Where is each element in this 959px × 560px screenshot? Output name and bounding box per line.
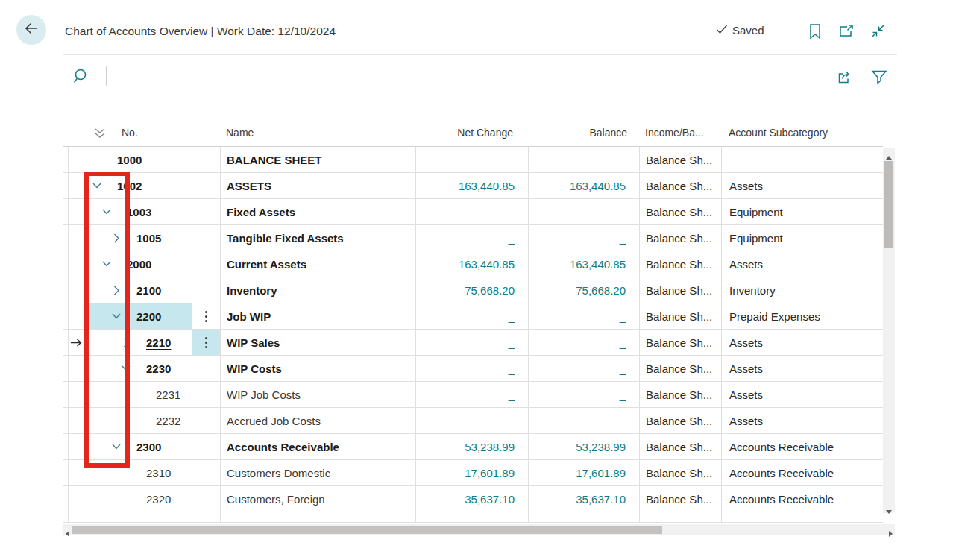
name-cell[interactable]: WIP Sales (221, 330, 416, 355)
column-header-net-change[interactable]: Net Change (416, 127, 513, 139)
net-change-value[interactable]: 53,238.99 (465, 441, 515, 453)
net-change-cell[interactable]: 17,601.89 (416, 460, 529, 485)
account-no[interactable]: 2320 (146, 493, 171, 506)
chevron-right-icon[interactable] (111, 284, 126, 296)
no-cell[interactable]: 2310 (84, 460, 192, 485)
row-menu-cell[interactable] (192, 199, 221, 224)
row-menu-cell[interactable] (192, 434, 221, 459)
net-change-value[interactable]: 17,601.89 (465, 467, 515, 479)
net-change-cell[interactable]: _ (416, 225, 529, 251)
balance-cell[interactable]: _ (529, 356, 640, 381)
name-cell[interactable]: Inventory (221, 277, 416, 303)
no-cell[interactable]: 2231 (84, 382, 192, 407)
net-change-value[interactable]: _ (509, 206, 515, 218)
balance-value[interactable]: _ (620, 415, 626, 427)
chevron-down-icon[interactable] (101, 206, 116, 218)
net-change-cell[interactable]: _ (416, 382, 529, 407)
bookmark-icon[interactable] (807, 23, 823, 40)
row-menu-cell[interactable] (192, 225, 221, 251)
account-no[interactable]: 1000 (117, 154, 142, 166)
no-cell[interactable]: 2000 (84, 251, 192, 277)
balance-value[interactable]: _ (620, 154, 626, 166)
table-row[interactable]: 2300 Accounts Receivable 53,238.99 53,23… (63, 434, 883, 460)
kebab-menu-icon[interactable] (192, 330, 221, 355)
no-cell[interactable]: 2300 (84, 434, 192, 459)
net-change-cell[interactable]: 53,238.99 (416, 434, 529, 459)
filter-icon[interactable] (871, 69, 887, 85)
net-change-value[interactable]: _ (509, 362, 515, 375)
balance-value[interactable]: _ (620, 310, 626, 323)
net-change-cell[interactable]: _ (416, 408, 529, 433)
no-cell[interactable]: 1000 (84, 147, 192, 172)
net-change-value[interactable]: _ (509, 232, 515, 245)
net-change-value[interactable]: 75,668.20 (465, 284, 515, 297)
no-cell[interactable] (84, 512, 192, 523)
net-change-cell[interactable] (416, 512, 529, 523)
balance-value[interactable]: 35,637.10 (576, 493, 626, 506)
row-menu-cell[interactable] (192, 251, 221, 277)
search-icon[interactable] (73, 68, 89, 84)
account-no[interactable]: 2200 (136, 310, 161, 323)
name-cell[interactable]: Accrued Job Costs (221, 408, 416, 433)
net-change-cell[interactable]: 75,668.20 (416, 277, 529, 303)
name-cell[interactable]: Current Assets (221, 251, 416, 277)
net-change-value[interactable]: _ (509, 388, 515, 401)
row-menu-cell[interactable] (192, 382, 221, 407)
net-change-cell[interactable]: _ (416, 356, 529, 381)
balance-value[interactable]: 53,238.99 (576, 441, 626, 453)
table-row[interactable]: 2000 Current Assets 163,440.85 163,440.8… (63, 251, 883, 277)
tree-toggle-icon[interactable] (121, 493, 136, 505)
no-cell[interactable]: 2230 (84, 356, 192, 381)
chevron-down-icon[interactable] (101, 258, 116, 270)
name-cell[interactable]: ASSETS (221, 173, 416, 198)
balance-cell[interactable]: 163,440.85 (529, 251, 640, 277)
table-row[interactable]: 2310 Customers Domestic 17,601.89 17,601… (63, 460, 883, 486)
scroll-down-icon[interactable] (886, 504, 892, 510)
net-change-cell[interactable]: 35,637.10 (416, 486, 529, 512)
balance-value[interactable]: 163,440.85 (570, 180, 626, 192)
column-header-name[interactable]: Name (226, 127, 254, 139)
chevron-down-icon[interactable] (111, 441, 126, 453)
no-cell[interactable]: 1005 (84, 225, 192, 251)
balance-value[interactable]: 75,668.20 (576, 284, 626, 297)
balance-cell[interactable]: _ (529, 147, 640, 172)
scroll-up-icon[interactable] (886, 151, 892, 157)
horizontal-scrollbar[interactable] (63, 524, 895, 535)
row-menu-cell[interactable] (192, 460, 221, 485)
balance-value[interactable]: _ (620, 388, 626, 401)
table-row[interactable]: 2200 Job WIP _ _ Balance Sh... Prepaid E… (63, 303, 883, 330)
row-menu-cell[interactable] (192, 147, 221, 172)
no-cell[interactable]: 1002 (84, 173, 192, 198)
account-no[interactable]: 1005 (136, 232, 161, 245)
net-change-cell[interactable]: _ (416, 199, 529, 224)
chevron-down-icon[interactable] (111, 310, 126, 322)
table-row[interactable]: 2232 Accrued Job Costs _ _ Balance Sh...… (63, 408, 883, 434)
no-cell[interactable]: 2320 (84, 486, 192, 512)
scroll-left-icon[interactable] (65, 526, 71, 532)
table-row[interactable]: 1003 Fixed Assets _ _ Balance Sh... Equi… (63, 199, 883, 225)
row-menu-cell[interactable] (192, 486, 221, 512)
account-no[interactable]: 1003 (127, 206, 151, 218)
row-menu-cell[interactable] (192, 277, 221, 303)
account-no[interactable]: 2300 (136, 441, 161, 453)
balance-cell[interactable]: _ (529, 408, 640, 433)
balance-value[interactable]: 17,601.89 (576, 467, 626, 479)
net-change-value[interactable]: 35,637.10 (465, 493, 515, 506)
tree-toggle-icon[interactable] (92, 154, 107, 166)
balance-cell[interactable]: 53,238.99 (529, 434, 640, 459)
no-cell[interactable]: 2100 (84, 277, 192, 303)
net-change-value[interactable]: 163,440.85 (459, 258, 515, 271)
row-menu-cell[interactable] (192, 512, 221, 523)
balance-cell[interactable]: _ (529, 382, 640, 407)
row-menu-cell[interactable] (192, 356, 221, 381)
column-header-no[interactable]: No. (122, 127, 138, 139)
no-cell[interactable]: 2232 (84, 408, 192, 433)
vertical-scroll-thumb[interactable] (884, 161, 893, 248)
balance-cell[interactable]: 75,668.20 (529, 277, 640, 303)
balance-value[interactable]: _ (620, 206, 626, 218)
name-cell[interactable]: Job WIP (221, 303, 416, 329)
chevron-down-icon[interactable] (121, 362, 136, 374)
name-cell[interactable]: WIP Job Costs (221, 382, 416, 407)
name-cell[interactable]: WIP Costs (221, 356, 416, 381)
balance-value[interactable]: _ (620, 232, 626, 245)
